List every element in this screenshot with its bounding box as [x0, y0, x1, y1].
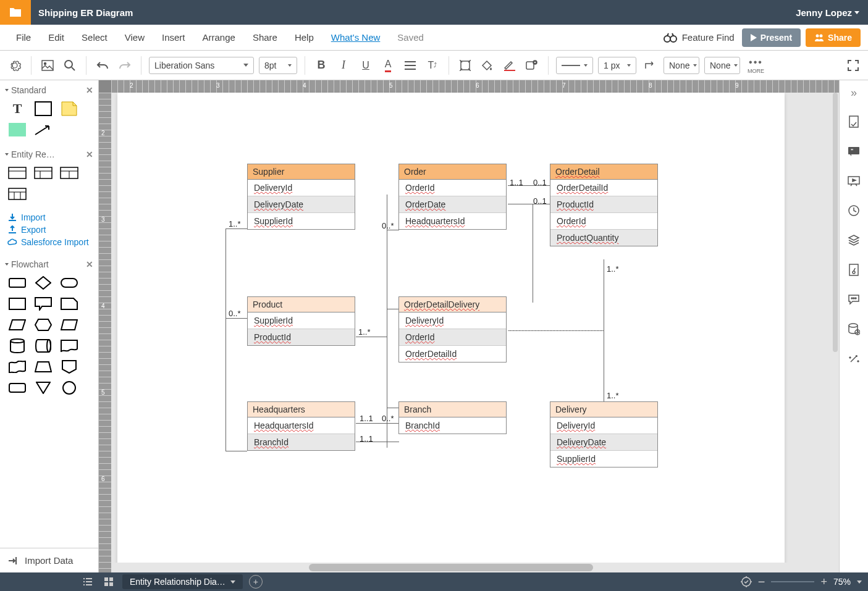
fc-hex[interactable] [33, 317, 53, 332]
page-tab[interactable]: Entity Relationship Dia… [122, 574, 243, 589]
line-routing-icon[interactable] [641, 57, 659, 74]
connector[interactable] [533, 204, 533, 303]
app-logo[interactable] [0, 0, 31, 25]
arrow-start-select[interactable]: None [664, 57, 699, 74]
align-icon[interactable] [402, 57, 419, 74]
text-shape[interactable]: T [7, 101, 27, 116]
fc-merge[interactable] [33, 380, 53, 395]
entity-header[interactable]: Branch [399, 402, 506, 417]
zoom-in[interactable]: + [820, 576, 827, 589]
section-flowchart[interactable]: Flowchart ✕ [0, 254, 98, 273]
connector[interactable] [387, 309, 399, 309]
fc-rect3[interactable] [7, 380, 27, 395]
undo-icon[interactable] [94, 57, 111, 74]
menu-select[interactable]: Select [73, 26, 116, 49]
entity-order[interactable]: Order OrderId OrderDate HeadquartersId [398, 164, 507, 230]
block-shape[interactable] [7, 122, 27, 137]
user-menu[interactable]: Jenny Lopez [796, 7, 868, 18]
menu-arrange[interactable]: Arrange [194, 26, 244, 49]
arrow-shape[interactable] [33, 122, 53, 137]
canvas[interactable]: 2 3 4 5 6 7 8 9 2 3 4 5 6 [99, 80, 839, 572]
entity-shape-4[interactable] [7, 187, 27, 201]
scrollbar-thumb[interactable] [833, 93, 838, 352]
font-size-select[interactable]: 8pt [259, 57, 297, 74]
gear-icon[interactable] [6, 57, 23, 74]
entity-header[interactable]: Headquarters [248, 402, 355, 417]
import-link[interactable]: Import [7, 212, 91, 222]
chat-icon[interactable] [846, 292, 861, 307]
connector[interactable] [356, 423, 399, 424]
section-standard[interactable]: Standard ✕ [0, 80, 98, 99]
text-color-icon[interactable]: A [379, 57, 397, 74]
fc-offpage[interactable] [59, 359, 79, 374]
fc-rect2[interactable] [7, 296, 27, 311]
menu-whats-new[interactable]: What's New [322, 26, 389, 49]
menu-help[interactable]: Help [286, 26, 322, 49]
connector[interactable] [225, 451, 247, 451]
underline-icon[interactable]: U [357, 57, 374, 74]
page-settings-icon[interactable] [846, 114, 861, 129]
grid-view-icon[interactable] [101, 574, 116, 589]
connector[interactable] [387, 408, 399, 408]
fc-diamond[interactable] [33, 275, 53, 290]
entity-branch[interactable]: Branch BranchId [398, 401, 507, 434]
entity-product[interactable]: Product SupplierId ProductId [247, 296, 355, 346]
entity-headquarters[interactable]: Headquarters HeadquartersId BranchId [247, 401, 355, 451]
fc-para[interactable] [59, 317, 79, 332]
salesforce-import-link[interactable]: Salesforce Import [7, 237, 91, 247]
entity-header[interactable]: Order [399, 164, 506, 180]
text-options-icon[interactable]: T⤴ [424, 57, 441, 74]
connector[interactable] [604, 259, 604, 401]
menu-view[interactable]: View [116, 26, 153, 49]
share-button[interactable]: Share [806, 28, 861, 47]
entity-delivery[interactable]: Delivery DeliveryId DeliveryDate Supplie… [550, 401, 658, 467]
vertical-scrollbar[interactable] [832, 93, 839, 438]
list-view-icon[interactable] [80, 574, 95, 589]
collapse-icon[interactable]: » [851, 86, 857, 99]
fc-tape[interactable] [7, 359, 27, 374]
zoom-out[interactable]: − [758, 575, 765, 589]
data-icon[interactable] [846, 322, 861, 337]
redo-icon[interactable] [116, 57, 133, 74]
bold-icon[interactable]: B [313, 57, 330, 74]
add-page-button[interactable]: + [249, 575, 263, 589]
entity-shape-1[interactable] [7, 166, 27, 180]
connector[interactable] [225, 228, 226, 451]
close-icon[interactable]: ✕ [86, 259, 93, 269]
connector[interactable] [508, 204, 533, 204]
history-icon[interactable] [846, 203, 861, 218]
fc-terminator[interactable] [59, 275, 79, 290]
horizontal-scrollbar[interactable] [111, 563, 839, 572]
comments-icon[interactable]: " [846, 144, 861, 159]
fc-trap[interactable] [7, 317, 27, 332]
fc-card[interactable] [59, 296, 79, 311]
fullscreen-icon[interactable] [845, 57, 862, 74]
image-icon[interactable] [39, 57, 56, 74]
export-link[interactable]: Export [7, 225, 91, 235]
entity-orderdetaildelivery[interactable]: OrderDetailDelivery DeliveryId OrderId O… [398, 296, 507, 363]
note-shape[interactable] [59, 101, 79, 116]
fc-rect[interactable] [7, 275, 27, 290]
entity-shape-2[interactable] [33, 166, 53, 180]
menu-file[interactable]: File [7, 26, 40, 49]
menu-edit[interactable]: Edit [40, 26, 73, 49]
fc-doc[interactable] [59, 338, 79, 353]
close-icon[interactable]: ✕ [86, 85, 93, 95]
shape-options-icon[interactable] [523, 57, 541, 74]
menu-insert[interactable]: Insert [153, 26, 194, 49]
font-family-select[interactable]: Liberation Sans [149, 57, 254, 74]
import-data-button[interactable]: Import Data [0, 548, 98, 572]
line-color-icon[interactable] [501, 57, 518, 74]
entity-orderdetail[interactable]: OrderDetail OrderDetailId ProductId Orde… [550, 164, 658, 246]
search-icon[interactable] [61, 57, 78, 74]
shape-outline-icon[interactable] [457, 57, 474, 74]
fc-cyl[interactable] [7, 338, 27, 353]
present-button[interactable]: Present [742, 28, 801, 47]
arrow-end-select[interactable]: None [704, 57, 740, 74]
feature-find[interactable]: Feature Find [664, 32, 735, 43]
fill-icon[interactable] [479, 57, 496, 74]
themes-icon[interactable] [846, 262, 861, 277]
zoom-slider-left[interactable] [771, 581, 814, 582]
fc-callout[interactable] [33, 296, 53, 311]
document-title[interactable]: Shipping ER Diagram [31, 7, 133, 18]
